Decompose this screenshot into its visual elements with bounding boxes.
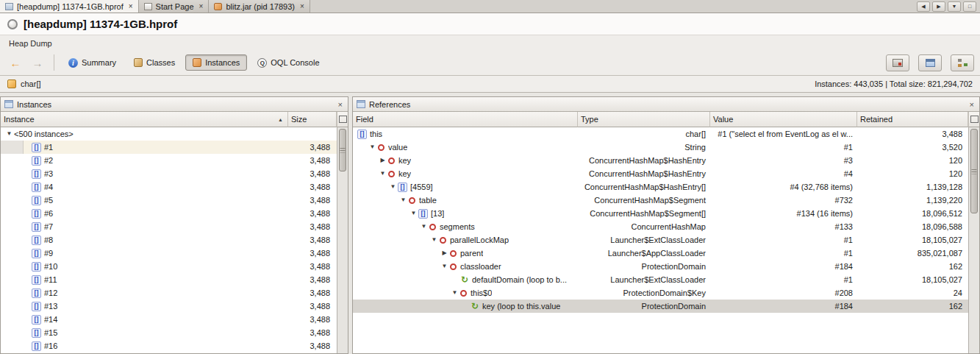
expander-icon[interactable]: ▼ <box>4 127 14 141</box>
references-panel-header[interactable]: References × <box>353 97 979 112</box>
forward-button[interactable]: → <box>28 54 47 71</box>
instance-size: 3,488 <box>288 326 337 339</box>
column-label: Retained <box>860 115 893 124</box>
reference-row[interactable]: ▶parentLauncher$AppClassLoader#1835,021,… <box>353 247 968 260</box>
instance-value: #1 ("select el from EventLog as el w... <box>710 127 857 141</box>
tab-1[interactable]: [heapdump] 11374-1GB.hprof× <box>0 0 139 13</box>
show-references-button[interactable] <box>951 54 974 71</box>
tab-close-icon[interactable]: × <box>300 2 304 10</box>
close-icon[interactable]: × <box>968 100 976 109</box>
instance-row[interactable]: []#113,488 <box>1 273 337 286</box>
field-icon <box>450 250 457 257</box>
instance-row[interactable]: []#13,488 <box>1 141 337 154</box>
reference-row[interactable]: ↻key (loop to this.valueProtectionDomain… <box>353 300 968 313</box>
class-icon <box>7 79 16 88</box>
expander-icon[interactable]: ▼ <box>388 180 398 194</box>
expander-icon[interactable]: ▼ <box>429 233 439 247</box>
column-chooser-button[interactable] <box>968 112 979 127</box>
tab-close-icon[interactable]: × <box>199 2 204 10</box>
instance-row[interactable]: []#53,488 <box>1 194 337 207</box>
reference-row[interactable]: ▼valueString#13,520 <box>353 141 968 154</box>
instances-rows: ▼<500 instances>[]#13,488[]#23,488[]#33,… <box>1 127 337 353</box>
instance-row[interactable]: []#163,488 <box>1 339 337 353</box>
references-column-headers: Field Type Value Retained <box>353 112 979 127</box>
summary-button[interactable]: i Summary <box>61 54 124 71</box>
reference-row[interactable]: ▼parallelLockMapLauncher$ExtClassLoader#… <box>353 233 968 247</box>
scroll-tabs-right-button[interactable]: ▶ <box>932 1 945 12</box>
instances-scrollbar[interactable] <box>337 127 348 353</box>
tab-2[interactable]: Start Page× <box>139 0 210 13</box>
array-icon: [] <box>398 183 407 192</box>
instances-button[interactable]: Instances <box>185 54 247 71</box>
tab-controls: ◀ ▶ ▼ □ <box>913 0 980 13</box>
instance-row[interactable]: []#103,488 <box>1 260 337 273</box>
array-instance-icon: [] <box>32 222 41 232</box>
scrollbar-thumb[interactable] <box>970 129 978 213</box>
grid-icon <box>339 116 347 123</box>
column-header-retained[interactable]: Retained <box>857 112 968 127</box>
instance-row[interactable]: []#153,488 <box>1 326 337 339</box>
back-arrow-icon: ← <box>10 57 21 69</box>
reference-row[interactable]: ▼classloaderProtectionDomain#184162 <box>353 260 968 273</box>
expander-icon[interactable]: ▼ <box>368 141 377 154</box>
column-label: Value <box>713 115 733 124</box>
retained-value: 18,096,512 <box>857 207 968 220</box>
expander-icon[interactable]: ▼ <box>450 286 459 300</box>
oql-console-button[interactable]: Q OQL Console <box>250 54 326 71</box>
instance-row[interactable]: []#83,488 <box>1 233 337 247</box>
reference-row[interactable]: ▶keyConcurrentHashMap$HashEntry#3120 <box>353 154 968 167</box>
expander-icon[interactable]: ▶ <box>440 247 449 260</box>
instance-row[interactable]: []#133,488 <box>1 300 337 313</box>
column-header-instance[interactable]: Instance ▲ <box>1 112 288 127</box>
references-scrollbar[interactable] <box>968 127 979 353</box>
instance-size: 3,488 <box>288 286 337 300</box>
tab-close-icon[interactable]: × <box>129 2 133 10</box>
expander-icon[interactable]: ▼ <box>440 260 449 273</box>
scrollbar-thumb[interactable] <box>339 129 346 171</box>
scroll-tabs-left-button[interactable]: ◀ <box>917 1 930 12</box>
reference-row[interactable]: ▼this$0ProtectionDomain$Key#20824 <box>353 286 968 300</box>
reference-row[interactable]: []thischar[]#1 ("select el from EventLog… <box>353 127 968 141</box>
instances-panel-header[interactable]: Instances × <box>1 97 348 112</box>
reference-row[interactable]: ▼tableConcurrentHashMap$Segment#7321,139… <box>353 194 968 207</box>
reference-row[interactable]: ▼[][4559]ConcurrentHashMap$HashEntry[]#4… <box>353 180 968 194</box>
field-icon <box>450 263 457 270</box>
column-chooser-button[interactable] <box>337 112 348 127</box>
expander-icon[interactable]: ▶ <box>378 154 387 167</box>
reference-row[interactable]: ▼keyConcurrentHashMap$HashEntry#4120 <box>353 167 968 180</box>
reference-row[interactable]: ▼segmentsConcurrentHashMap#13318,096,588 <box>353 220 968 233</box>
expander-icon[interactable]: ▼ <box>398 194 408 207</box>
instance-row[interactable]: []#73,488 <box>1 220 337 233</box>
instance-row[interactable]: []#123,488 <box>1 286 337 300</box>
export-view-button[interactable] <box>918 54 942 71</box>
instance-row[interactable]: []#43,488 <box>1 180 337 194</box>
back-button[interactable]: ← <box>6 54 25 71</box>
instance-row[interactable]: []#33,488 <box>1 167 337 180</box>
instance-row[interactable]: []#143,488 <box>1 313 337 326</box>
expander-icon[interactable]: ▼ <box>378 167 387 180</box>
close-icon[interactable]: × <box>337 100 344 109</box>
heap-dump-action-button[interactable] <box>886 54 909 71</box>
instance-size: 3,488 <box>288 194 337 207</box>
tab-list-button[interactable]: ▼ <box>948 1 961 12</box>
classes-button[interactable]: Classes <box>126 54 182 71</box>
instance-row[interactable]: []#93,488 <box>1 247 337 260</box>
reference-row[interactable]: ▼[][13]ConcurrentHashMap$Segment[]#134 (… <box>353 207 968 220</box>
column-header-type[interactable]: Type <box>578 112 710 127</box>
field-label: this <box>370 127 382 141</box>
expander-icon[interactable]: ▼ <box>409 207 418 220</box>
tab-3[interactable]: blitz.jar (pid 17893)× <box>209 0 310 13</box>
column-header-field[interactable]: Field <box>353 112 578 127</box>
expander-icon[interactable]: ▼ <box>419 220 429 233</box>
reference-row[interactable]: ↻defaultDomain (loop to b...Launcher$Ext… <box>353 273 968 286</box>
maximize-button[interactable]: □ <box>963 1 976 12</box>
column-header-value[interactable]: Value <box>710 112 857 127</box>
instance-row[interactable]: []#63,488 <box>1 207 337 220</box>
column-header-size[interactable]: Size <box>288 112 337 127</box>
instances-group-row[interactable]: ▼<500 instances> <box>1 127 337 141</box>
instance-row[interactable]: []#23,488 <box>1 154 337 167</box>
type-value: ConcurrentHashMap$Segment <box>578 194 710 207</box>
instance-label: #6 <box>44 207 53 220</box>
column-label: Size <box>291 115 307 124</box>
field-icon <box>378 144 385 151</box>
